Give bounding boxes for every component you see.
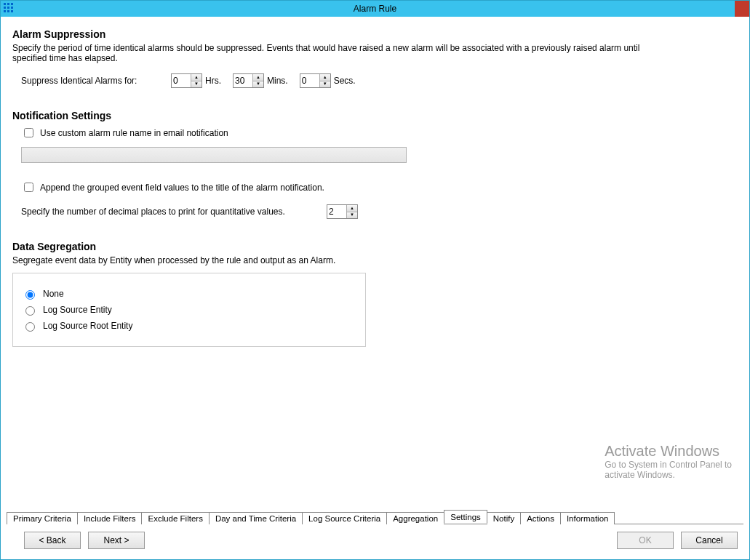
seg-none-label: None bbox=[43, 289, 64, 299]
alarm-suppression-desc: Specify the period of time identical ala… bbox=[12, 43, 667, 63]
seg-log-source-root-entity-label: Log Source Root Entity bbox=[43, 321, 132, 331]
notification-settings-heading: Notification Settings bbox=[12, 110, 738, 121]
decimal-spinner[interactable]: ▲ ▼ bbox=[327, 204, 358, 219]
seg-log-source-entity-radio[interactable] bbox=[25, 306, 35, 316]
tab-primary-criteria[interactable]: Primary Criteria bbox=[7, 512, 78, 524]
tab-settings[interactable]: Settings bbox=[444, 510, 487, 524]
mins-up-icon[interactable]: ▲ bbox=[253, 74, 263, 81]
decimal-up-icon[interactable]: ▲ bbox=[347, 205, 357, 212]
tab-notify[interactable]: Notify bbox=[487, 512, 521, 524]
seg-log-source-entity-label: Log Source Entity bbox=[43, 305, 112, 315]
hrs-up-icon[interactable]: ▲ bbox=[191, 74, 202, 81]
window-title: Alarm Rule bbox=[354, 4, 396, 14]
tab-aggregation[interactable]: Aggregation bbox=[386, 512, 444, 524]
decimal-input[interactable] bbox=[327, 205, 346, 218]
custom-name-label: Use custom alarm rule name in email noti… bbox=[40, 128, 228, 138]
mins-down-icon[interactable]: ▼ bbox=[253, 81, 263, 88]
mins-input[interactable] bbox=[234, 74, 252, 87]
tab-day-time-criteria[interactable]: Day and Time Criteria bbox=[209, 512, 303, 524]
tab-include-filters[interactable]: Include Filters bbox=[77, 512, 143, 524]
seg-none-radio[interactable] bbox=[25, 290, 35, 300]
cancel-button[interactable]: Cancel bbox=[681, 532, 738, 549]
hrs-unit: Hrs. bbox=[205, 76, 221, 86]
mins-spinner[interactable]: ▲ ▼ bbox=[233, 73, 264, 88]
drag-handle-icon[interactable] bbox=[4, 3, 17, 15]
tab-actions[interactable]: Actions bbox=[520, 512, 561, 524]
custom-name-input bbox=[21, 147, 407, 163]
ok-button: OK bbox=[617, 532, 674, 549]
wizard-buttons: < Back Next > OK Cancel bbox=[1, 524, 749, 559]
next-button[interactable]: Next > bbox=[88, 532, 145, 549]
content-area: Alarm Suppression Specify the period of … bbox=[1, 17, 749, 509]
titlebar[interactable]: Alarm Rule bbox=[1, 1, 749, 17]
decimal-down-icon[interactable]: ▼ bbox=[347, 212, 357, 219]
suppress-label: Suppress Identical Alarms for: bbox=[21, 76, 167, 86]
append-fields-label: Append the grouped event field values to… bbox=[40, 183, 324, 193]
secs-input[interactable] bbox=[300, 74, 319, 87]
hrs-spinner[interactable]: ▲ ▼ bbox=[171, 73, 202, 88]
hrs-down-icon[interactable]: ▼ bbox=[191, 81, 202, 88]
decimal-places-label: Specify the number of decimal places to … bbox=[21, 207, 327, 217]
seg-log-source-root-entity-radio[interactable] bbox=[25, 322, 35, 332]
hrs-input[interactable] bbox=[172, 74, 191, 87]
back-button[interactable]: < Back bbox=[24, 532, 81, 549]
custom-name-checkbox[interactable] bbox=[24, 128, 33, 137]
mins-unit: Mins. bbox=[267, 76, 288, 86]
tabstrip: Primary Criteria Include Filters Exclude… bbox=[1, 509, 749, 524]
data-segregation-desc: Segregate event data by Entity when proc… bbox=[12, 255, 667, 265]
segregation-group: None Log Source Entity Log Source Root E… bbox=[12, 273, 366, 347]
tab-exclude-filters[interactable]: Exclude Filters bbox=[141, 512, 209, 524]
secs-down-icon[interactable]: ▼ bbox=[320, 81, 330, 88]
secs-unit: Secs. bbox=[334, 76, 356, 86]
secs-up-icon[interactable]: ▲ bbox=[320, 74, 330, 81]
append-fields-checkbox[interactable] bbox=[24, 183, 33, 192]
activate-windows-watermark: Activate Windows Go to System in Control… bbox=[605, 443, 732, 480]
secs-spinner[interactable]: ▲ ▼ bbox=[300, 73, 331, 88]
alarm-suppression-heading: Alarm Suppression bbox=[12, 28, 738, 40]
tab-information[interactable]: Information bbox=[560, 512, 615, 524]
tab-log-source-criteria[interactable]: Log Source Criteria bbox=[302, 512, 387, 524]
data-segregation-heading: Data Segregation bbox=[12, 241, 738, 252]
close-icon[interactable] bbox=[735, 1, 749, 17]
